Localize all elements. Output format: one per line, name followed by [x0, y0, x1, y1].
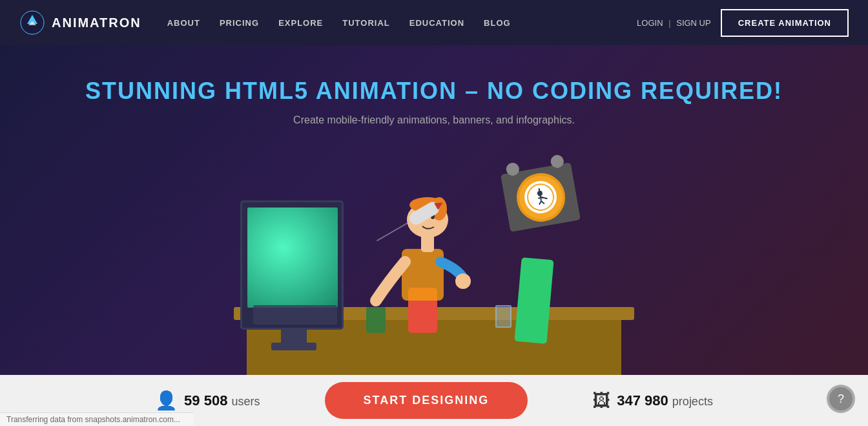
clock-inner — [522, 178, 559, 216]
nav-explore[interactable]: EXPLORE — [278, 18, 323, 28]
users-icon: 👤 — [155, 390, 178, 411]
nav-about[interactable]: ABOUT — [167, 18, 200, 28]
create-animation-button[interactable]: CREATE ANIMATION — [721, 9, 849, 37]
monitor-screen — [247, 208, 338, 308]
login-link[interactable]: LOGIN — [637, 18, 663, 28]
nav-links: ABOUT PRICING EXPLORE TUTORIAL EDUCATION… — [167, 17, 511, 28]
auth-separator: | — [668, 18, 670, 28]
cup — [495, 305, 512, 328]
clock-bell-right — [550, 154, 564, 169]
status-text: Transferring data from snapshots.animatr… — [6, 415, 180, 424]
svg-rect-4 — [402, 249, 444, 301]
navbar-right: LOGIN | SIGN UP CREATE ANIMATION — [637, 9, 849, 37]
support-icon: ? — [829, 387, 852, 410]
hero-title: STUNNING HTML5 ANIMATION – NO CODING REQ… — [85, 78, 783, 105]
support-bubble[interactable]: ? — [827, 385, 855, 413]
nav-education[interactable]: EDUCATION — [409, 18, 464, 28]
logo-link[interactable]: ANIMATRON — [19, 10, 141, 36]
users-stat: 👤 59 508 users — [116, 390, 298, 411]
monitor-base — [271, 343, 316, 350]
character-svg — [356, 158, 486, 339]
status-bar: Transferring data from snapshots.animatr… — [0, 412, 194, 426]
clock-frame — [501, 162, 581, 232]
character — [356, 158, 486, 339]
clock-bell-left — [505, 162, 520, 176]
hero-section: STUNNING HTML5 ANIMATION – NO CODING REQ… — [0, 45, 868, 375]
projects-label: projects — [672, 395, 713, 408]
logo-icon — [19, 10, 45, 36]
projects-stat: 🖼 347 980 projects — [553, 390, 752, 411]
clock-face — [513, 169, 569, 226]
brand-name: ANIMATRON — [52, 16, 141, 30]
keyboard — [253, 305, 337, 325]
nav-blog[interactable]: BLOG — [484, 18, 511, 28]
navbar: ANIMATRON ABOUT PRICING EXPLORE TUTORIAL… — [0, 0, 868, 45]
svg-line-17 — [538, 197, 543, 198]
users-count: 59 508 — [184, 392, 227, 409]
projects-count: 347 980 — [617, 392, 668, 409]
start-designing-button[interactable]: START DESIGNING — [325, 382, 528, 419]
clock — [501, 162, 581, 232]
nav-pricing[interactable]: PRICING — [220, 18, 259, 28]
signup-link[interactable]: SIGN UP — [676, 18, 710, 28]
navbar-left: ANIMATRON ABOUT PRICING EXPLORE TUTORIAL… — [19, 10, 511, 36]
monitor-stand — [281, 328, 307, 344]
svg-point-11 — [455, 273, 471, 289]
hero-illustration — [208, 136, 660, 375]
projects-count-text: 347 980 projects — [617, 392, 713, 409]
nav-tutorial[interactable]: TUTORIAL — [342, 18, 389, 28]
users-count-text: 59 508 users — [184, 392, 260, 409]
hero-subtitle: Create mobile-friendly animations, banne… — [293, 114, 575, 126]
projects-icon: 🖼 — [592, 390, 610, 411]
auth-links: LOGIN | SIGN UP — [637, 18, 711, 28]
users-label: users — [232, 395, 260, 408]
